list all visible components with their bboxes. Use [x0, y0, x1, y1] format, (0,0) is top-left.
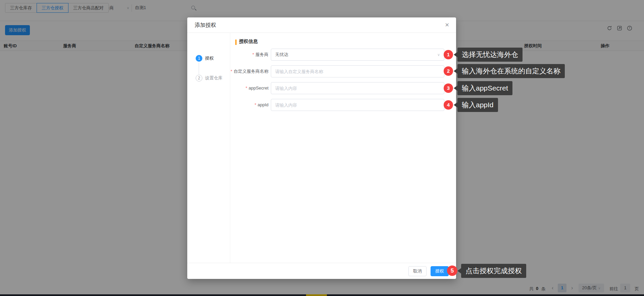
custom-name-input[interactable] [271, 65, 444, 77]
annotation-badge-5: 5 [447, 265, 457, 276]
required-mark: * [254, 102, 256, 107]
section-title: 授权信息 [239, 39, 258, 45]
field-label-provider: *服务商 [187, 49, 268, 61]
cancel-button[interactable]: 取消 [408, 266, 427, 276]
annotation-arrow-5 [457, 268, 461, 274]
annotation-tooltip-3: 输入appSecret [457, 81, 512, 95]
annotation-arrow-3 [454, 85, 457, 91]
annotation-arrow-4 [454, 102, 457, 108]
modal-title: 添加授权 [195, 17, 216, 33]
annotation-badge-2: 2 [444, 66, 453, 76]
add-auth-modal: 添加授权 ✕ 1 授权 2 设置仓库 授权信息 *服务商 无忧达 ∨ *自定义服… [187, 17, 456, 279]
annotation-tooltip-4: 输入appId [457, 98, 498, 112]
annotation-badge-1: 1 [444, 50, 453, 59]
close-icon[interactable]: ✕ [445, 17, 449, 33]
required-mark: * [231, 69, 232, 74]
annotation-tooltip-1: 选择无忧达海外仓 [457, 48, 523, 62]
annotation-arrow-1 [454, 52, 457, 57]
required-mark: * [252, 52, 254, 57]
confirm-auth-button[interactable]: 授权 [431, 266, 449, 276]
chevron-down-icon: ∨ [437, 53, 440, 57]
provider-select-value: 无忧达 [275, 52, 288, 58]
field-label-custom-name: *自定义服务商名称 [187, 65, 268, 77]
modal-footer: 取消 授权 [187, 263, 456, 279]
app-secret-input[interactable] [271, 82, 444, 94]
required-mark: * [246, 85, 247, 91]
annotation-badge-3: 3 [444, 83, 453, 93]
field-label-app-secret: *appSecret [187, 82, 268, 94]
app-id-input[interactable] [271, 99, 444, 111]
annotation-tooltip-5: 点击授权完成授权 [461, 264, 526, 278]
modal-header: 添加授权 ✕ [187, 17, 456, 33]
section-accent-bar [235, 40, 237, 45]
field-label-app-id: *appId [187, 99, 268, 111]
annotation-arrow-2 [454, 68, 457, 74]
provider-select-field[interactable]: 无忧达 ∨ [271, 49, 444, 61]
annotation-badge-4: 4 [444, 100, 453, 110]
annotation-tooltip-2: 输入海外仓在系统的自定义名称 [457, 64, 565, 78]
